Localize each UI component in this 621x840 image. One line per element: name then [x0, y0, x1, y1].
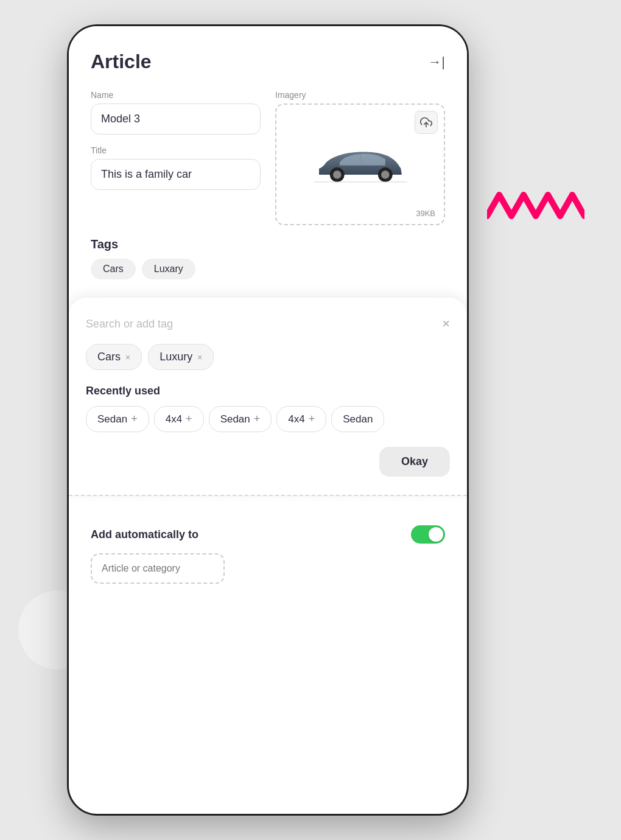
add-icon: +	[254, 413, 261, 425]
auto-add-toggle[interactable]	[411, 525, 445, 544]
add-tag-4x4-2[interactable]: 4x4 +	[276, 406, 326, 432]
bottom-section: Add automatically to	[69, 511, 467, 608]
remove-luxury-button[interactable]: ×	[197, 352, 202, 362]
toggle-knob	[429, 527, 443, 542]
article-category-input[interactable]	[91, 553, 225, 584]
add-icon: +	[186, 413, 192, 425]
name-label: Name	[91, 90, 261, 100]
upload-button[interactable]	[415, 111, 438, 134]
tags-section: Tags Cars Luxary	[91, 237, 445, 279]
add-icon: +	[131, 413, 138, 425]
svg-point-3	[332, 170, 341, 179]
okay-row: Okay	[86, 447, 450, 477]
search-panel: Search or add tag × Cars × Luxury × Rece…	[69, 298, 467, 495]
recently-used-tags: Sedan + 4x4 + Sedan + 4x4 + Sedan	[86, 406, 450, 432]
tag-label: Sedan	[343, 413, 373, 425]
auto-add-row: Add automatically to	[91, 525, 445, 544]
remove-cars-button[interactable]: ×	[125, 352, 130, 362]
tag-label: 4x4	[166, 413, 182, 425]
article-section: Article →| Name Title Imagery	[69, 26, 467, 298]
name-input[interactable]	[91, 103, 261, 135]
add-tag-sedan-3[interactable]: Sedan	[331, 406, 384, 432]
imagery-box: 39KB	[275, 103, 445, 225]
add-tag-sedan-1[interactable]: Sedan +	[86, 406, 149, 432]
article-heading: Article	[91, 51, 152, 73]
close-button[interactable]: ×	[442, 316, 450, 332]
selected-tag-luxury: Luxury ×	[148, 344, 214, 370]
okay-button[interactable]: Okay	[379, 447, 450, 477]
selected-tag-cars: Cars ×	[86, 344, 142, 370]
article-header: Article →|	[91, 51, 445, 73]
tag-luxury-label: Luxury	[160, 351, 192, 363]
recently-used-heading: Recently used	[86, 385, 450, 397]
tag-label: 4x4	[288, 413, 304, 425]
wave-decoration	[487, 183, 584, 234]
fields-row: Name Title Imagery	[91, 90, 445, 225]
add-tag-4x4-1[interactable]: 4x4 +	[154, 406, 204, 432]
selected-tags-row: Cars × Luxury ×	[86, 344, 450, 370]
svg-point-5	[381, 170, 390, 179]
tags-list: Cars Luxary	[91, 259, 445, 279]
add-icon: +	[309, 413, 315, 425]
phone-frame: Article →| Name Title Imagery	[67, 24, 469, 816]
name-field-group: Name Title	[91, 90, 261, 225]
navigate-icon[interactable]: →|	[428, 54, 445, 70]
tag-chip-luxary[interactable]: Luxary	[142, 259, 195, 279]
auto-add-label: Add automatically to	[91, 528, 198, 541]
imagery-field-group: Imagery	[275, 90, 445, 225]
tag-chip-cars[interactable]: Cars	[91, 259, 136, 279]
file-size: 39KB	[416, 209, 435, 218]
tag-label: Sedan	[97, 413, 127, 425]
search-placeholder[interactable]: Search or add tag	[86, 318, 173, 331]
page-wrapper: Article →| Name Title Imagery	[0, 0, 621, 840]
imagery-label: Imagery	[275, 90, 445, 100]
title-label: Title	[91, 145, 261, 155]
tag-label: Sedan	[220, 413, 250, 425]
car-image	[309, 137, 412, 192]
search-header: Search or add tag ×	[86, 316, 450, 332]
add-tag-sedan-2[interactable]: Sedan +	[209, 406, 272, 432]
tags-heading: Tags	[91, 237, 445, 251]
title-input[interactable]	[91, 159, 261, 190]
tag-cars-label: Cars	[97, 351, 121, 363]
dashed-separator	[69, 495, 467, 496]
